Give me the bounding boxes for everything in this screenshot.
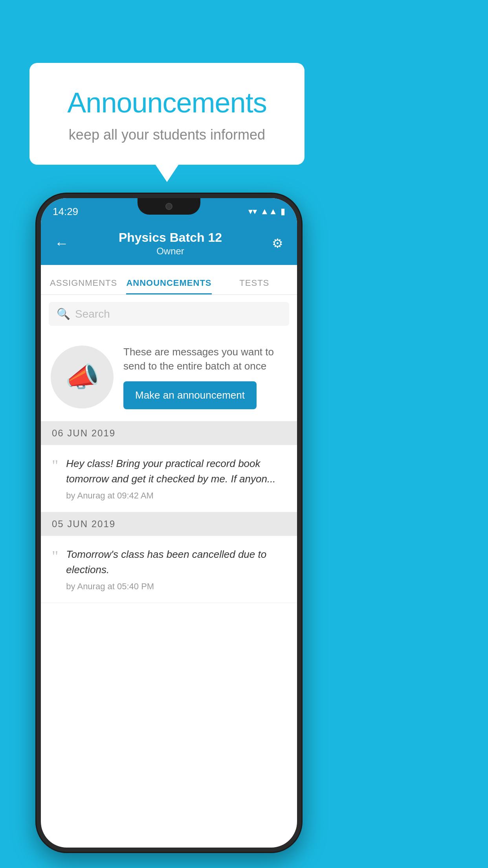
status-icons: ▾▾ ▲▲ ▮: [248, 206, 285, 217]
signal-icon: ▲▲: [260, 206, 277, 217]
phone-device: 14:29 ▾▾ ▲▲ ▮ ← Physics Batch 12 Owner ⚙: [35, 193, 303, 853]
tab-announcements[interactable]: ANNOUNCEMENTS: [126, 278, 211, 294]
app-bar-title-container: Physics Batch 12 Owner: [77, 230, 264, 257]
announcement-meta-1: by Anurag at 09:42 AM: [66, 491, 286, 501]
phone-notch: [138, 198, 200, 215]
promo-description: These are messages you want to send to t…: [123, 345, 287, 373]
promo-section: 📣 These are messages you want to send to…: [41, 333, 297, 421]
settings-button[interactable]: ⚙: [268, 232, 287, 255]
make-announcement-button[interactable]: Make an announcement: [123, 381, 257, 409]
megaphone-circle: 📣: [51, 346, 114, 408]
wifi-icon: ▾▾: [248, 206, 257, 217]
megaphone-icon: 📣: [65, 361, 99, 393]
tab-assignments[interactable]: ASSIGNMENTS: [41, 278, 126, 294]
date-label-2: 05 JUN 2019: [52, 519, 116, 529]
search-section: 🔍 Search: [41, 295, 297, 333]
search-icon: 🔍: [57, 307, 70, 320]
date-section-1: 06 JUN 2019: [41, 421, 297, 445]
status-time: 14:29: [53, 206, 78, 218]
date-section-2: 05 JUN 2019: [41, 512, 297, 536]
quote-icon-1: ": [52, 458, 58, 473]
hero-title: Announcements: [49, 86, 285, 119]
back-button[interactable]: ←: [51, 231, 73, 256]
announcement-item-1[interactable]: " Hey class! Bring your practical record…: [41, 445, 297, 512]
announcement-text-2: Tomorrow's class has been cancelled due …: [66, 547, 286, 577]
announcement-content-2: Tomorrow's class has been cancelled due …: [66, 547, 286, 592]
screen-content: 🔍 Search 📣 These are messages you want t…: [41, 295, 297, 603]
app-bar-title: Physics Batch 12: [77, 230, 264, 245]
announcement-text-1: Hey class! Bring your practical record b…: [66, 456, 286, 487]
search-bar[interactable]: 🔍 Search: [49, 302, 289, 326]
promo-content: These are messages you want to send to t…: [123, 345, 287, 409]
tab-tests[interactable]: TESTS: [212, 278, 297, 294]
hero-subtitle: keep all your students informed: [49, 127, 285, 143]
date-label-1: 06 JUN 2019: [52, 428, 116, 438]
speech-bubble-card: Announcements keep all your students inf…: [29, 63, 305, 165]
app-bar: ← Physics Batch 12 Owner ⚙: [41, 222, 297, 265]
announcement-item-2[interactable]: " Tomorrow's class has been cancelled du…: [41, 536, 297, 603]
announcement-content-1: Hey class! Bring your practical record b…: [66, 456, 286, 501]
battery-icon: ▮: [281, 206, 285, 217]
app-bar-subtitle: Owner: [77, 246, 264, 257]
tab-bar: ASSIGNMENTS ANNOUNCEMENTS TESTS: [41, 265, 297, 295]
announcement-meta-2: by Anurag at 05:40 PM: [66, 581, 286, 592]
front-camera: [165, 203, 172, 210]
quote-icon-2: ": [52, 548, 58, 564]
search-placeholder: Search: [75, 308, 110, 320]
